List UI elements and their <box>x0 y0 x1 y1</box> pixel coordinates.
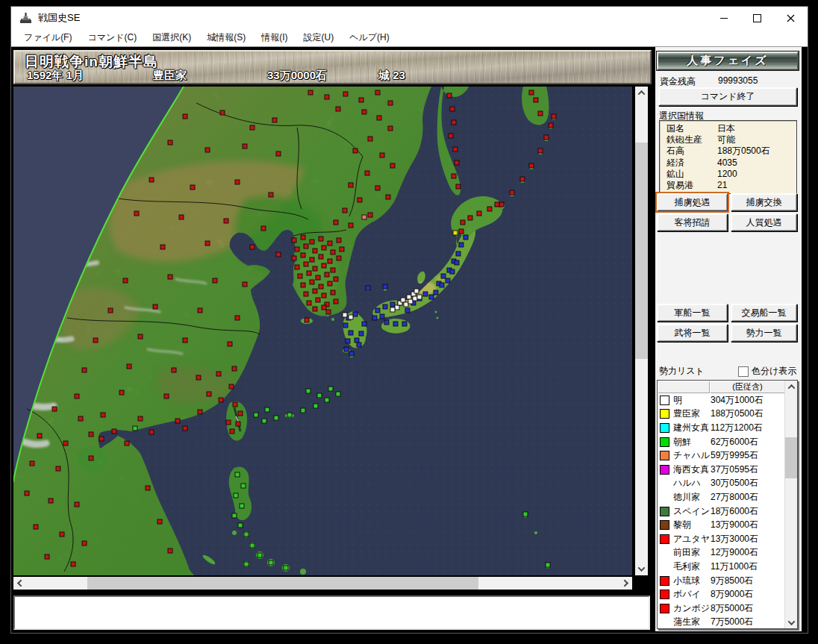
castle-marker-red[interactable] <box>353 149 358 153</box>
castle-marker-red[interactable] <box>544 135 549 140</box>
castle-marker-red[interactable] <box>196 375 201 380</box>
castle-marker-white[interactable] <box>349 315 353 319</box>
castle-marker-red[interactable] <box>337 238 341 243</box>
castle-marker-green[interactable] <box>244 562 249 566</box>
menu-item-4[interactable]: 情報(I) <box>255 29 294 46</box>
castle-marker-red[interactable] <box>313 248 317 253</box>
castle-marker-red[interactable] <box>220 110 225 115</box>
castle-marker-red[interactable] <box>233 402 237 407</box>
castle-marker-red[interactable] <box>52 407 57 411</box>
castle-marker-red[interactable] <box>205 241 210 246</box>
castle-marker-red[interactable] <box>538 149 543 153</box>
castle-marker-red[interactable] <box>295 265 299 269</box>
castle-marker-red[interactable] <box>78 416 83 421</box>
castle-marker-red[interactable] <box>520 177 525 181</box>
power-row[interactable]: ハルハ30万0500石 <box>658 477 785 491</box>
castle-marker-red[interactable] <box>552 114 556 119</box>
castle-marker-red[interactable] <box>272 118 277 122</box>
castle-marker-green[interactable] <box>269 560 273 565</box>
castle-marker-red[interactable] <box>499 202 504 207</box>
castle-marker-white[interactable] <box>414 289 419 293</box>
castle-marker-blue[interactable] <box>355 338 359 343</box>
power-row[interactable]: アユタヤ...13万3000石 <box>658 532 785 546</box>
castle-marker-red[interactable] <box>183 114 187 119</box>
castle-marker-green[interactable] <box>301 408 305 413</box>
castle-marker-red[interactable] <box>207 392 211 396</box>
castle-marker-red[interactable] <box>75 502 79 507</box>
castle-marker-blue[interactable] <box>383 284 387 289</box>
castle-marker-red[interactable] <box>292 238 296 243</box>
castle-marker-red[interactable] <box>304 292 308 296</box>
castle-marker-blue[interactable] <box>423 292 428 296</box>
castle-marker-white[interactable] <box>408 299 413 304</box>
castle-marker-green[interactable] <box>313 404 318 408</box>
scroll-right-arrow[interactable] <box>619 577 632 590</box>
castle-marker-red[interactable] <box>213 278 217 283</box>
castle-marker-red[interactable] <box>495 202 499 207</box>
castle-marker-red[interactable] <box>238 411 243 416</box>
castle-marker-red[interactable] <box>377 116 381 120</box>
castle-marker-red[interactable] <box>304 244 308 248</box>
castle-marker-blue[interactable] <box>372 316 377 320</box>
castle-marker-blue[interactable] <box>349 331 353 335</box>
castle-marker-green[interactable] <box>287 413 292 417</box>
action-button-1[interactable]: 捕虜処遇 <box>657 193 728 211</box>
power-row[interactable]: ボバイ8万9000石 <box>658 587 785 601</box>
castle-marker-red[interactable] <box>276 151 281 156</box>
castle-marker-red[interactable] <box>455 160 459 165</box>
menu-item-2[interactable]: 国選択(K) <box>146 29 198 46</box>
castle-marker-red[interactable] <box>298 274 302 278</box>
castle-marker-blue[interactable] <box>440 283 444 287</box>
castle-marker-red[interactable] <box>313 289 317 293</box>
castle-marker-green[interactable] <box>250 543 255 548</box>
castle-marker-green[interactable] <box>336 392 340 396</box>
castle-marker-red[interactable] <box>250 125 255 130</box>
castle-marker-red[interactable] <box>127 364 131 369</box>
castle-marker-green[interactable] <box>234 493 238 498</box>
castle-marker-red[interactable] <box>316 298 320 302</box>
castle-marker-red[interactable] <box>447 93 452 98</box>
castle-marker-red[interactable] <box>82 368 87 372</box>
castle-marker-salmon[interactable] <box>362 215 366 219</box>
castle-marker-red[interactable] <box>487 207 492 211</box>
castle-marker-blue[interactable] <box>357 343 361 347</box>
castle-marker-red[interactable] <box>198 308 202 313</box>
castle-marker-green[interactable] <box>257 553 262 557</box>
castle-marker-red[interactable] <box>388 126 393 131</box>
castle-marker-red[interactable] <box>328 241 332 246</box>
castle-marker-red[interactable] <box>243 144 247 149</box>
castle-marker-red[interactable] <box>243 282 247 287</box>
castle-marker-blue[interactable] <box>455 260 459 265</box>
castle-marker-red[interactable] <box>319 237 323 241</box>
castle-marker-red[interactable] <box>334 299 338 304</box>
power-row[interactable]: チャハル59万9995石 <box>658 448 785 463</box>
castle-marker-red[interactable] <box>336 107 340 111</box>
castle-marker-red[interactable] <box>331 290 335 295</box>
castle-marker-red[interactable] <box>37 434 42 438</box>
castle-marker-blue[interactable] <box>456 251 460 256</box>
castle-marker-blue[interactable] <box>450 269 455 274</box>
castle-marker-red[interactable] <box>510 190 514 195</box>
castle-marker-red[interactable] <box>375 90 380 95</box>
castle-marker-blue[interactable] <box>366 286 370 290</box>
castle-marker-red[interactable] <box>269 193 273 197</box>
castle-marker-red[interactable] <box>172 368 176 372</box>
castle-marker-red[interactable] <box>153 304 157 309</box>
castle-marker-blue[interactable] <box>359 331 363 336</box>
castle-marker-red[interactable] <box>359 98 363 102</box>
action-button-4[interactable]: 人質処遇 <box>731 213 797 231</box>
castle-marker-red[interactable] <box>235 316 240 320</box>
castle-marker-red[interactable] <box>60 532 64 537</box>
castle-marker-red[interactable] <box>343 208 347 213</box>
close-button[interactable] <box>774 7 808 29</box>
castle-marker-red[interactable] <box>125 441 129 446</box>
castle-marker-red[interactable] <box>325 272 329 277</box>
castle-marker-red[interactable] <box>219 398 223 402</box>
castle-marker-green[interactable] <box>284 566 288 570</box>
castle-marker-red[interactable] <box>328 281 332 286</box>
castle-marker-green[interactable] <box>232 513 237 518</box>
list-button-1[interactable]: 軍船一覧 <box>657 304 728 322</box>
castle-marker-red[interactable] <box>380 153 384 157</box>
castle-marker-white[interactable] <box>343 313 347 317</box>
castle-marker-red[interactable] <box>56 466 60 471</box>
